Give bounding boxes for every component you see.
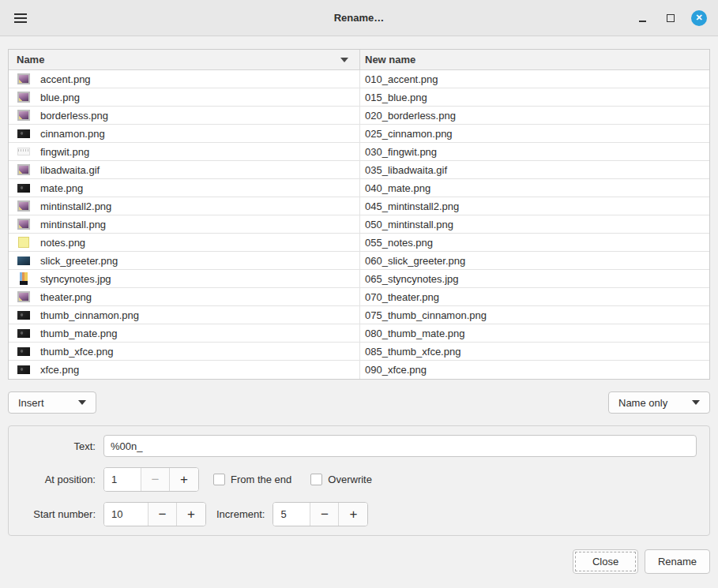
- cell-original-name: blue.png: [9, 88, 360, 106]
- start-number-spinner: − +: [103, 502, 206, 526]
- file-thumbnail-icon: [17, 164, 30, 175]
- text-field-label: Text:: [23, 440, 96, 452]
- increment-label: Increment:: [216, 508, 265, 520]
- text-row: Text:: [23, 435, 697, 457]
- table-row[interactable]: mate.png 040_mate.png: [9, 179, 709, 197]
- chevron-down-icon: [78, 400, 86, 405]
- file-thumbnail-icon: [18, 237, 29, 248]
- table-row[interactable]: fingwit.png 030_fingwit.png: [9, 143, 709, 161]
- dialog-content: Name New name accent.png 010_accent.png: [0, 36, 718, 588]
- table-row[interactable]: mintinstall2.png 045_mintinstall2.png: [9, 197, 709, 215]
- table-row[interactable]: slick_greeter.png 060_slick_greeter.png: [9, 252, 709, 270]
- cell-original-name: xfce.png: [9, 361, 360, 379]
- dropdown-row: Insert Name only: [8, 391, 710, 414]
- original-filename: slick_greeter.png: [40, 255, 118, 267]
- original-filename: notes.png: [40, 237, 85, 249]
- table-row[interactable]: theater.png 070_theater.png: [9, 288, 709, 306]
- close-dialog-button[interactable]: Close: [573, 549, 638, 574]
- cell-new-name: 045_mintinstall2.png: [360, 197, 709, 215]
- start-number-entry[interactable]: [104, 503, 148, 526]
- increment-entry[interactable]: [273, 503, 310, 526]
- table-row[interactable]: xfce.png 090_xfce.png: [9, 361, 709, 379]
- minus-button[interactable]: −: [148, 503, 177, 526]
- cell-new-name: 035_libadwaita.gif: [360, 161, 709, 178]
- cell-new-name: 020_borderless.png: [360, 107, 709, 124]
- from-the-end-checkbox[interactable]: [213, 474, 225, 485]
- file-thumbnail-icon: [17, 329, 30, 338]
- window-title: Rename…: [0, 12, 718, 24]
- maximize-icon: [667, 14, 675, 22]
- overwrite-option[interactable]: Overwrite: [310, 474, 372, 485]
- hamburger-menu-icon: [14, 17, 27, 19]
- maximize-button[interactable]: [663, 10, 679, 26]
- close-window-button[interactable]: ✕: [691, 10, 707, 26]
- table-row[interactable]: styncynotes.jpg 065_styncynotes.jpg: [9, 270, 709, 288]
- file-thumbnail-icon: [17, 129, 30, 138]
- cell-original-name: borderless.png: [9, 107, 360, 124]
- new-filename: 015_blue.png: [365, 92, 427, 103]
- minus-button[interactable]: −: [310, 503, 339, 526]
- table-row[interactable]: thumb_xfce.png 085_thumb_xfce.png: [9, 343, 709, 361]
- original-filename: thumb_mate.png: [40, 328, 118, 339]
- new-filename: 035_libadwaita.gif: [365, 164, 447, 176]
- plus-button[interactable]: +: [170, 468, 198, 491]
- numbering-row: Start number: − + Increment: − +: [23, 502, 697, 526]
- plus-button[interactable]: +: [177, 503, 205, 526]
- table-row[interactable]: thumb_cinnamon.png 075_thumb_cinnamon.pn…: [9, 306, 709, 324]
- original-filename: cinnamon.png: [40, 128, 105, 140]
- cell-new-name: 085_thumb_xfce.png: [360, 343, 709, 360]
- overwrite-checkbox[interactable]: [310, 474, 322, 485]
- at-position-row: At position: − + From the end Overwrite: [23, 467, 697, 492]
- file-thumbnail-icon: [17, 200, 30, 212]
- table-row[interactable]: libadwaita.gif 035_libadwaita.gif: [9, 161, 709, 179]
- file-thumbnail-icon: [17, 311, 30, 320]
- action-button-row: Close Rename: [8, 549, 710, 574]
- plus-button[interactable]: +: [339, 503, 367, 526]
- new-filename: 060_slick_greeter.png: [365, 255, 465, 267]
- new-filename: 075_thumb_cinnamon.png: [365, 309, 487, 321]
- cell-original-name: thumb_cinnamon.png: [9, 306, 360, 324]
- text-input[interactable]: [103, 435, 697, 457]
- minimize-icon: [639, 21, 646, 22]
- cell-original-name: thumb_xfce.png: [9, 343, 360, 360]
- table-row[interactable]: borderless.png 020_borderless.png: [9, 107, 709, 125]
- original-filename: fingwit.png: [40, 146, 89, 158]
- cell-new-name: 015_blue.png: [360, 88, 709, 106]
- at-position-entry[interactable]: [104, 468, 141, 491]
- cell-new-name: 070_theater.png: [360, 288, 709, 305]
- table-row[interactable]: thumb_mate.png 080_thumb_mate.png: [9, 324, 709, 343]
- table-row[interactable]: accent.png 010_accent.png: [9, 70, 709, 88]
- new-filename: 030_fingwit.png: [365, 146, 437, 158]
- close-icon: ✕: [691, 10, 707, 26]
- original-filename: mintinstall.png: [40, 219, 106, 230]
- menu-button[interactable]: [11, 9, 30, 28]
- table-row[interactable]: blue.png 015_blue.png: [9, 88, 709, 107]
- minus-button[interactable]: −: [141, 468, 170, 491]
- new-filename: 055_notes.png: [365, 237, 433, 249]
- column-header-new-name[interactable]: New name: [360, 50, 709, 69]
- cell-new-name: 075_thumb_cinnamon.png: [360, 306, 709, 324]
- column-header-new-name-label: New name: [365, 54, 415, 66]
- from-the-end-option[interactable]: From the end: [213, 474, 291, 485]
- file-thumbnail-icon: [17, 219, 30, 230]
- insert-options-panel: Text: At position: − + From the end Over…: [8, 425, 710, 536]
- rename-button[interactable]: Rename: [645, 549, 710, 574]
- file-thumbnail-icon: [17, 365, 30, 374]
- original-filename: thumb_xfce.png: [40, 346, 114, 358]
- file-thumbnail-icon: [17, 184, 30, 193]
- scope-dropdown[interactable]: Name only: [608, 391, 710, 414]
- insert-mode-dropdown[interactable]: Insert: [8, 391, 96, 414]
- titlebar: Rename… ✕: [0, 0, 718, 36]
- table-row[interactable]: cinnamon.png 025_cinnamon.png: [9, 125, 709, 143]
- new-filename: 020_borderless.png: [365, 110, 456, 122]
- minimize-button[interactable]: [634, 10, 650, 26]
- file-thumbnail-icon: [17, 73, 30, 84]
- column-header-name[interactable]: Name: [9, 50, 360, 69]
- table-row[interactable]: mintinstall.png 050_mintinstall.png: [9, 215, 709, 234]
- cell-original-name: slick_greeter.png: [9, 252, 360, 269]
- file-thumbnail-icon: [17, 92, 30, 103]
- new-filename: 070_theater.png: [365, 291, 439, 303]
- cell-new-name: 025_cinnamon.png: [360, 125, 709, 142]
- table-row[interactable]: notes.png 055_notes.png: [9, 234, 709, 252]
- start-number-label: Start number:: [23, 508, 96, 520]
